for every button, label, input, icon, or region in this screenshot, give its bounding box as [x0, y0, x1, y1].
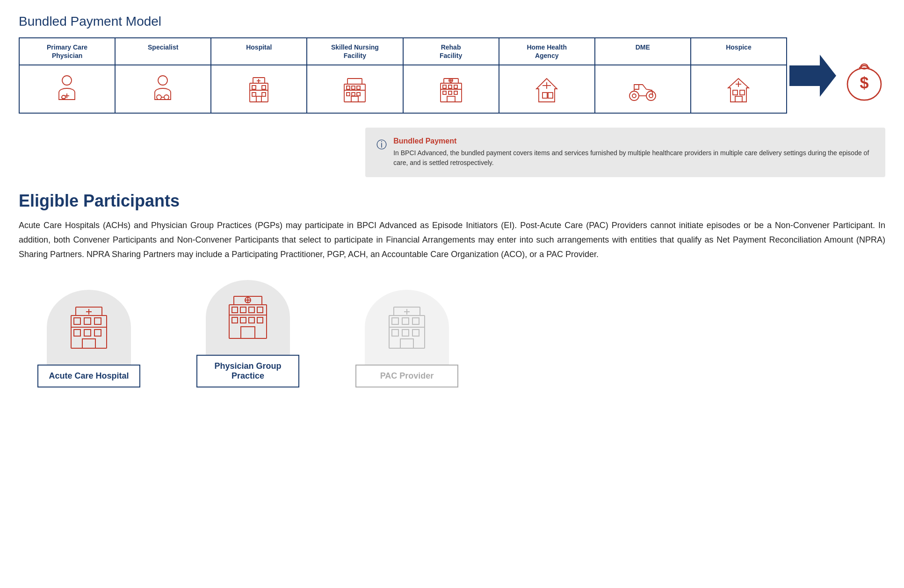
svg-rect-23 — [347, 93, 350, 96]
svg-rect-30 — [443, 85, 446, 88]
svg-point-47 — [632, 94, 636, 98]
svg-rect-95 — [412, 330, 419, 336]
svg-rect-91 — [402, 318, 409, 324]
svg-point-46 — [646, 91, 656, 100]
svg-rect-51 — [733, 90, 738, 95]
svg-rect-41 — [542, 93, 547, 98]
svg-point-0 — [62, 76, 72, 85]
flow-icon-rehab — [404, 65, 499, 113]
svg-rect-96 — [400, 339, 413, 348]
card-physician-group-practice: Physician Group Practice — [178, 280, 318, 387]
flow-icon-pcp — [20, 65, 116, 113]
svg-rect-93 — [392, 330, 398, 336]
svg-rect-75 — [232, 307, 238, 313]
flow-icons-row — [20, 65, 786, 113]
info-icon: ⓘ — [376, 138, 387, 152]
flow-icon-snf — [307, 65, 403, 113]
svg-rect-20 — [347, 86, 350, 89]
page-title: Bundled Payment Model — [19, 14, 885, 29]
svg-rect-14 — [256, 96, 261, 102]
card-icon-pgp — [206, 280, 290, 355]
svg-rect-33 — [443, 91, 446, 94]
svg-rect-67 — [84, 330, 91, 336]
info-box-text: In BPCI Advanced, the bundled payment co… — [393, 148, 874, 168]
flow-icon-hospital — [211, 65, 307, 113]
svg-rect-52 — [740, 90, 745, 95]
svg-rect-76 — [240, 307, 246, 313]
flow-cell-dme: DME — [595, 38, 691, 65]
svg-rect-80 — [240, 317, 246, 323]
svg-rect-24 — [352, 93, 355, 96]
card-pac-provider: PAC Provider — [337, 290, 477, 387]
flow-arrow — [787, 52, 839, 99]
flow-cell-snf: Skilled NursingFacility — [307, 38, 403, 65]
svg-rect-72 — [229, 305, 267, 338]
svg-rect-77 — [249, 307, 254, 313]
svg-rect-12 — [252, 93, 256, 96]
svg-rect-21 — [352, 86, 355, 89]
flow-cell-specialist: Specialist — [116, 38, 211, 65]
card-label-pgp: Physician Group Practice — [196, 355, 299, 387]
svg-point-4 — [158, 76, 167, 85]
svg-rect-53 — [735, 96, 742, 102]
svg-marker-56 — [789, 55, 836, 97]
flow-cell-pcp: Primary CarePhysician — [20, 38, 116, 65]
svg-rect-36 — [447, 96, 455, 102]
card-label-ach: Acute Care Hospital — [37, 365, 140, 387]
flow-icon-specialist — [116, 65, 211, 113]
card-icon-ach — [47, 290, 131, 365]
participant-cards-container: Acute Care Hospital Physici — [19, 280, 885, 387]
svg-rect-18 — [347, 79, 362, 84]
svg-rect-35 — [454, 91, 457, 94]
flow-header-row: Primary CarePhysician Specialist Hospita… — [20, 38, 786, 65]
flow-diagram: Primary CarePhysician Specialist Hospita… — [19, 37, 885, 114]
flow-icon-dme — [595, 65, 691, 113]
svg-point-5 — [157, 95, 161, 100]
card-label-pac: PAC Provider — [355, 365, 458, 387]
provider-flow-table: Primary CarePhysician Specialist Hospita… — [19, 37, 787, 114]
svg-rect-66 — [74, 330, 80, 336]
info-box: ⓘ Bundled Payment In BPCI Advanced, the … — [365, 128, 885, 177]
svg-rect-65 — [94, 318, 101, 324]
eligible-participants-title: Eligible Participants — [19, 191, 885, 211]
svg-point-45 — [629, 91, 639, 100]
svg-rect-42 — [548, 93, 553, 98]
flow-icon-hospice — [691, 65, 786, 113]
svg-rect-13 — [262, 93, 266, 96]
money-bag-icon: $ — [843, 52, 885, 99]
svg-rect-81 — [249, 317, 254, 323]
svg-rect-11 — [262, 86, 266, 89]
svg-rect-10 — [252, 86, 256, 89]
info-content: Bundled Payment In BPCI Advanced, the bu… — [393, 137, 874, 168]
svg-rect-22 — [357, 86, 360, 89]
svg-rect-31 — [448, 85, 452, 88]
flow-cell-rehab: RehabFacility — [404, 38, 499, 65]
svg-rect-26 — [351, 96, 358, 102]
svg-rect-78 — [257, 307, 263, 313]
flow-cell-hha: Home HealthAgency — [499, 38, 595, 65]
flow-cell-hospice: Hospice — [691, 38, 786, 65]
svg-rect-32 — [454, 85, 457, 88]
svg-rect-25 — [357, 93, 360, 96]
svg-rect-79 — [232, 317, 238, 323]
svg-rect-69 — [82, 339, 95, 348]
flow-cell-hospital: Hospital — [211, 38, 307, 65]
info-box-title: Bundled Payment — [393, 137, 874, 145]
svg-point-6 — [164, 95, 169, 100]
svg-rect-92 — [412, 318, 419, 324]
card-acute-care-hospital: Acute Care Hospital — [19, 290, 159, 387]
svg-rect-90 — [392, 318, 398, 324]
svg-rect-27 — [441, 83, 462, 102]
svg-rect-82 — [257, 317, 263, 323]
svg-rect-94 — [402, 330, 409, 336]
svg-rect-83 — [241, 327, 255, 338]
card-icon-pac — [365, 290, 449, 365]
svg-rect-68 — [94, 330, 101, 336]
svg-rect-34 — [448, 91, 452, 94]
svg-rect-63 — [74, 318, 80, 324]
eligible-participants-body: Acute Care Hospitals (ACHs) and Physicia… — [19, 218, 885, 261]
svg-text:$: $ — [860, 74, 868, 92]
svg-rect-64 — [84, 318, 91, 324]
flow-icon-hha — [499, 65, 595, 113]
